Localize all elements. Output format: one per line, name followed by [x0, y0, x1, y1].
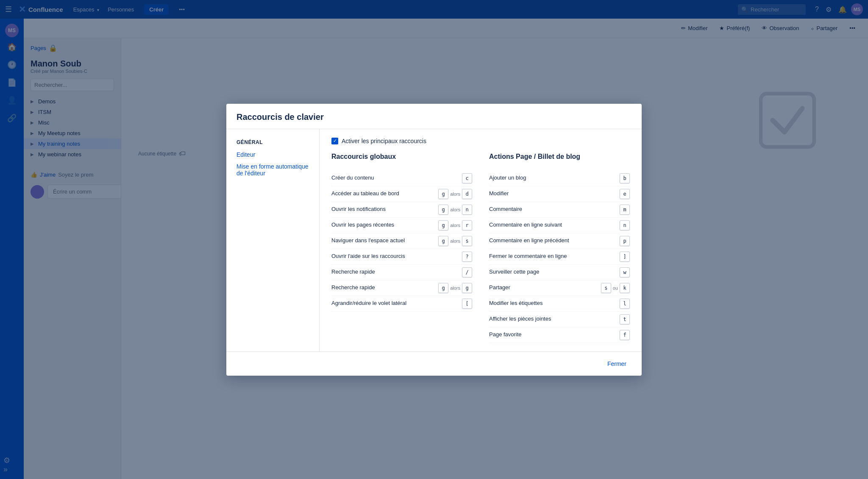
shortcut-keys: e	[620, 189, 630, 199]
global-shortcuts-col: Raccourcis globaux Créer du contenucAccé…	[331, 153, 472, 343]
shortcut-row: Créer du contenuc	[331, 171, 472, 186]
shortcut-keys: l	[620, 299, 630, 309]
shortcut-label: Commentaire en ligne précédent	[489, 237, 620, 244]
shortcut-label: Afficher les pièces jointes	[489, 315, 620, 323]
shortcut-row: Commentairem	[489, 202, 630, 218]
key-badge: b	[620, 173, 630, 183]
key-badge: g	[438, 220, 448, 230]
shortcut-row: Ouvrir les pages récentesgalorsr	[331, 218, 472, 233]
shortcut-label: Commentaire en ligne suivant	[489, 221, 620, 229]
shortcut-keys: m	[620, 205, 630, 215]
key-badge: f	[620, 330, 630, 340]
shortcut-label: Recherche rapide	[331, 284, 438, 291]
shortcut-keys: souk	[601, 283, 630, 293]
shortcut-keys: /	[462, 267, 472, 277]
page-shortcuts-title: Actions Page / Billet de blog	[489, 153, 630, 164]
shortcut-label: Créer du contenu	[331, 174, 462, 182]
key-badge: t	[620, 314, 630, 324]
modal-main-content: Activer les principaux raccourcis Raccou…	[320, 129, 642, 352]
shortcut-keys: ?	[462, 252, 472, 262]
enable-shortcuts-label: Activer les principaux raccourcis	[342, 138, 426, 144]
shortcut-keys: galorss	[438, 236, 472, 246]
shortcut-label: Commentaire	[489, 205, 620, 213]
shortcut-keys: p	[620, 236, 630, 246]
shortcut-label: Fermer le commentaire en ligne	[489, 252, 620, 260]
shortcut-label: Agrandir/réduire le volet latéral	[331, 299, 462, 307]
shortcut-keys: t	[620, 314, 630, 324]
enable-shortcuts-row: Activer les principaux raccourcis	[331, 138, 630, 144]
modal-body: Général Editeur Mise en forme automatiqu…	[226, 129, 642, 352]
key-badge: p	[620, 236, 630, 246]
key-badge: g	[438, 236, 448, 246]
shortcut-keys: n	[620, 220, 630, 230]
modal-sidebar: Général Editeur Mise en forme automatiqu…	[226, 129, 320, 352]
shortcut-row: Modifier les étiquettesl	[489, 296, 630, 312]
shortcut-keys: f	[620, 330, 630, 340]
shortcut-keys: b	[620, 173, 630, 183]
key-then: alors	[450, 223, 460, 228]
shortcut-row: Fermer le commentaire en ligne]	[489, 249, 630, 265]
key-badge: m	[620, 205, 630, 215]
shortcut-row: Ouvrir l'aide sur les raccourcis?	[331, 249, 472, 265]
enable-shortcuts-checkbox[interactable]	[331, 138, 338, 144]
key-badge: w	[620, 267, 630, 277]
shortcut-label: Surveiller cette page	[489, 268, 620, 276]
shortcut-keys: galorsr	[438, 220, 472, 230]
key-badge: [	[462, 299, 472, 309]
key-badge: /	[462, 267, 472, 277]
shortcut-row: Afficher les pièces jointest	[489, 312, 630, 327]
shortcut-label: Ajouter un blog	[489, 174, 620, 182]
page-shortcuts-list: Ajouter un blogbModifiereCommentairemCom…	[489, 171, 630, 343]
shortcut-label: Ouvrir les notifications	[331, 205, 438, 213]
shortcut-label: Naviguer dans l'espace actuel	[331, 237, 438, 244]
shortcut-keys: galorsg	[438, 283, 472, 293]
key-then: alors	[450, 191, 460, 197]
shortcut-row: Recherche rapide/	[331, 265, 472, 280]
shortcuts-columns: Raccourcis globaux Créer du contenucAccé…	[331, 153, 630, 343]
key-badge: n	[620, 220, 630, 230]
global-shortcuts-list: Créer du contenucAccéder au tableau de b…	[331, 171, 472, 312]
shortcut-keys: w	[620, 267, 630, 277]
key-then: alors	[450, 285, 460, 291]
key-badge: e	[620, 189, 630, 199]
key-badge: s	[462, 236, 472, 246]
shortcut-keys: ]	[620, 252, 630, 262]
modal-header: Raccourcis de clavier	[226, 104, 642, 129]
shortcut-label: Accéder au tableau de bord	[331, 190, 438, 197]
key-badge: g	[462, 283, 472, 293]
key-badge: s	[601, 283, 611, 293]
global-shortcuts-title: Raccourcis globaux	[331, 153, 472, 164]
key-badge: l	[620, 299, 630, 309]
key-badge: ]	[620, 252, 630, 262]
key-then: alors	[450, 207, 460, 212]
key-badge: g	[438, 205, 448, 215]
shortcut-keys: galorsn	[438, 205, 472, 215]
key-or: ou	[613, 285, 618, 291]
key-badge: n	[462, 205, 472, 215]
shortcut-label: Modifier	[489, 190, 620, 197]
page-shortcuts-col: Actions Page / Billet de blog Ajouter un…	[489, 153, 630, 343]
modal-footer: Fermer	[226, 352, 642, 376]
key-badge: g	[438, 189, 448, 199]
key-badge: d	[462, 189, 472, 199]
key-badge: r	[462, 220, 472, 230]
modal-nav-editeur[interactable]: Editeur	[226, 149, 319, 161]
shortcut-keys: galorsd	[438, 189, 472, 199]
shortcut-row: Partagersouk	[489, 280, 630, 296]
shortcut-row: Naviguer dans l'espace actuelgalorss	[331, 233, 472, 249]
modal-nav-section-general: Général	[226, 138, 319, 149]
shortcut-row: Page favoritef	[489, 327, 630, 343]
shortcut-label: Recherche rapide	[331, 268, 462, 276]
key-badge: c	[462, 173, 472, 183]
close-button[interactable]: Fermer	[602, 358, 632, 370]
shortcut-label: Page favorite	[489, 331, 620, 338]
shortcut-row: Surveiller cette pagew	[489, 265, 630, 280]
shortcut-row: Commentaire en ligne suivantn	[489, 218, 630, 233]
shortcut-label: Ouvrir l'aide sur les raccourcis	[331, 252, 462, 260]
key-badge: k	[620, 283, 630, 293]
key-badge: ?	[462, 252, 472, 262]
keyboard-shortcuts-modal: Raccourcis de clavier Général Editeur Mi…	[226, 104, 642, 376]
shortcut-row: Commentaire en ligne précédentp	[489, 233, 630, 249]
modal-overlay[interactable]: Raccourcis de clavier Général Editeur Mi…	[0, 0, 868, 479]
modal-nav-mise-en-forme[interactable]: Mise en forme automatique de l'éditeur	[226, 161, 319, 179]
